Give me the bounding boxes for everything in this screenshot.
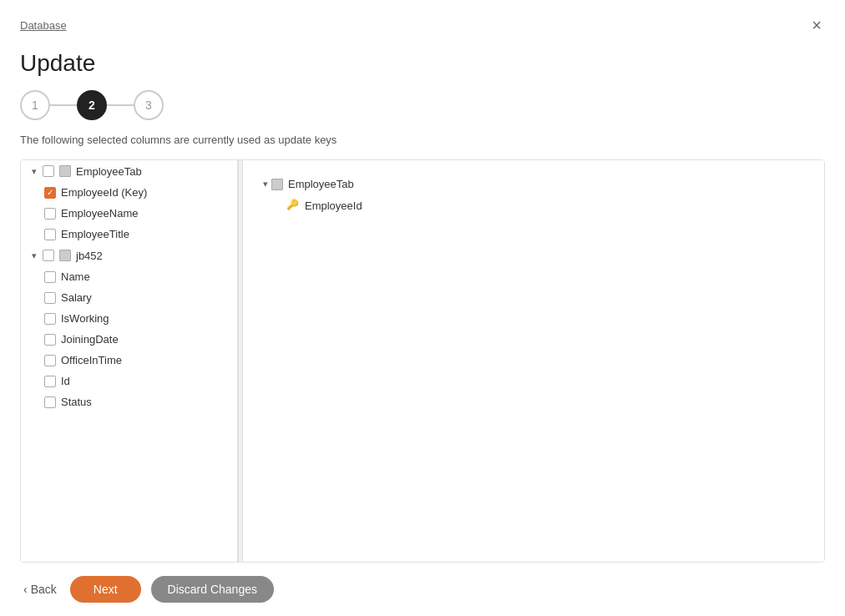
- table-name-jb452: jb452: [76, 250, 103, 262]
- salary-checkbox[interactable]: [44, 292, 56, 304]
- steps-indicator: 1 2 3: [0, 90, 845, 134]
- description-text: The following selected columns are curre…: [0, 134, 845, 159]
- table-name-employeetab: EmployeeTab: [76, 165, 142, 178]
- chevron-down-icon: ▾: [263, 179, 268, 189]
- back-label: Back: [31, 583, 57, 596]
- list-item[interactable]: Status: [21, 391, 237, 412]
- modal-source-link[interactable]: Database: [20, 19, 67, 32]
- jb452-checkbox[interactable]: [43, 250, 54, 261]
- right-col-employeeid: EmployeeId: [305, 199, 362, 212]
- employeename-checkbox[interactable]: [44, 208, 56, 220]
- officeintime-checkbox[interactable]: [44, 355, 56, 366]
- step-3[interactable]: 3: [134, 90, 164, 120]
- table-icon: [59, 250, 71, 261]
- step-line-1: [50, 104, 77, 106]
- table-icon: [59, 165, 71, 177]
- step-1-label: 1: [32, 98, 38, 112]
- table-row[interactable]: ▾ jb452: [21, 245, 237, 266]
- list-item[interactable]: EmployeeTitle: [21, 224, 237, 245]
- modal-header: Database ×: [0, 0, 845, 43]
- col-status: Status: [61, 396, 92, 408]
- right-panel: ▾ EmployeeTab 🔑 EmployeeId: [243, 160, 824, 562]
- col-salary: Salary: [61, 291, 92, 304]
- table-icon: [271, 179, 283, 190]
- col-name: Name: [61, 270, 90, 283]
- right-list-item: 🔑 EmployeeId: [256, 194, 811, 216]
- back-button[interactable]: ‹ Back: [20, 576, 60, 603]
- joiningdate-checkbox[interactable]: [44, 334, 56, 346]
- footer: ‹ Back Next Discard Changes: [0, 563, 845, 616]
- id-checkbox[interactable]: [44, 376, 56, 387]
- col-isworking: IsWorking: [61, 312, 109, 325]
- step-2-label: 2: [89, 98, 95, 112]
- list-item[interactable]: JoiningDate: [21, 329, 237, 350]
- discard-changes-button[interactable]: Discard Changes: [151, 576, 274, 603]
- col-employeename: EmployeeName: [61, 207, 139, 220]
- list-item[interactable]: Id: [21, 371, 237, 391]
- next-button[interactable]: Next: [70, 576, 141, 603]
- table-row[interactable]: ▾ EmployeeTab: [21, 160, 237, 182]
- back-arrow-icon: ‹: [23, 583, 28, 596]
- right-table-name: EmployeeTab: [288, 178, 354, 190]
- left-panel: ▾ EmployeeTab EmployeeId (Key) EmployeeN…: [21, 160, 238, 562]
- col-officeintime: OfficeInTime: [61, 354, 122, 366]
- isworking-checkbox[interactable]: [44, 313, 56, 325]
- list-item[interactable]: Salary: [21, 287, 237, 308]
- name-checkbox[interactable]: [44, 271, 56, 283]
- right-table-row: ▾ EmployeeTab: [256, 174, 811, 194]
- step-1[interactable]: 1: [20, 90, 50, 120]
- key-icon: 🔑: [286, 199, 300, 212]
- col-employeetitle: EmployeeTitle: [61, 228, 129, 240]
- employeetitle-checkbox[interactable]: [44, 229, 56, 240]
- step-2[interactable]: 2: [77, 90, 107, 120]
- col-joiningdate: JoiningDate: [61, 333, 119, 346]
- page-title: Update: [0, 43, 845, 90]
- close-button[interactable]: ×: [808, 13, 825, 37]
- panels-container: ▾ EmployeeTab EmployeeId (Key) EmployeeN…: [20, 159, 825, 563]
- chevron-down-icon: ▾: [28, 249, 41, 262]
- modal: Database × Update 1 2 3 The following se…: [0, 0, 845, 616]
- step-line-2: [107, 104, 134, 106]
- list-item[interactable]: EmployeeId (Key): [21, 182, 237, 203]
- list-item[interactable]: EmployeeName: [21, 203, 237, 224]
- chevron-down-icon: ▾: [28, 164, 41, 178]
- col-employeeid-key: EmployeeId (Key): [61, 186, 147, 199]
- status-checkbox[interactable]: [44, 396, 56, 408]
- step-3-label: 3: [145, 98, 152, 112]
- list-item[interactable]: IsWorking: [21, 308, 237, 329]
- employeetab-checkbox[interactable]: [43, 165, 54, 177]
- list-item[interactable]: OfficeInTime: [21, 350, 237, 371]
- list-item[interactable]: Name: [21, 266, 237, 287]
- employeeid-checkbox[interactable]: [44, 187, 56, 199]
- col-id: Id: [61, 375, 70, 387]
